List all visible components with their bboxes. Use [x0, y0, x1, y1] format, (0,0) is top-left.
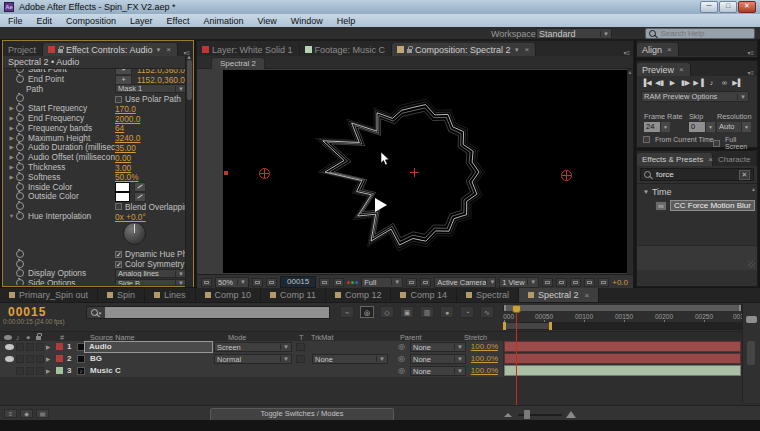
layer-bar-music[interactable]	[504, 365, 741, 376]
exposure-value[interactable]: +0.0	[612, 278, 628, 287]
layer-bar-audio[interactable]	[504, 341, 741, 352]
ram-preview-options-dropdown[interactable]: RAM Preview Options▼	[641, 91, 749, 102]
frame-rate-combo[interactable]: 24▼	[644, 122, 670, 132]
chevron-down-icon[interactable]: ▼	[514, 47, 520, 53]
stopwatch-icon[interactable]	[16, 94, 24, 102]
tab-composition-spectral2[interactable]: Composition: Spectral 2 ▼ ×	[392, 43, 536, 56]
expand-icon[interactable]: ▶	[46, 344, 50, 350]
tab-effect-controls[interactable]: Effect Controls: Audio ▼ ×	[43, 43, 178, 56]
timeline-search-input[interactable]	[105, 307, 329, 318]
close-tab-icon[interactable]: ×	[679, 65, 684, 74]
zoom-out-icon[interactable]	[504, 413, 512, 417]
menu-file[interactable]: File	[8, 16, 23, 26]
menu-effect[interactable]: Effect	[167, 16, 190, 26]
stopwatch-icon[interactable]	[16, 143, 24, 151]
layer-color-chip[interactable]	[56, 355, 63, 362]
frame-blend-icon[interactable]: ▥	[420, 306, 434, 318]
playhead-line[interactable]	[516, 305, 517, 405]
show-snapshot-icon[interactable]	[333, 278, 344, 287]
lock-toggle[interactable]	[36, 355, 44, 363]
resize-grip[interactable]	[748, 261, 755, 268]
use-polar-path-checkbox[interactable]	[115, 96, 122, 103]
brainstorm-icon[interactable]: ●	[440, 306, 454, 318]
layer-color-chip[interactable]	[56, 367, 63, 374]
stopwatch-icon[interactable]	[16, 104, 24, 112]
loop-button[interactable]: ∞	[719, 79, 730, 87]
chevron-down-icon[interactable]: ▼	[155, 47, 161, 53]
parent-pickwhip-icon[interactable]: ◎	[398, 366, 405, 375]
comp-tab-spectral2[interactable]: Spectral 2×	[519, 288, 599, 302]
close-tab-icon[interactable]: ×	[166, 45, 171, 54]
tab-project[interactable]: Project	[3, 43, 43, 56]
exposure-reset-icon[interactable]	[598, 278, 609, 287]
path-dropdown[interactable]: Mask 1▼	[115, 84, 187, 93]
menu-edit[interactable]: Edit	[37, 16, 53, 26]
work-area-start-handle[interactable]	[503, 322, 506, 330]
parent-pickwhip-icon[interactable]: ◎	[398, 342, 405, 351]
display-options-dropdown[interactable]: Analog lines▼	[115, 269, 187, 278]
timeline-button-icon[interactable]	[570, 278, 581, 287]
work-area-end-handle[interactable]	[549, 322, 552, 330]
side-options-dropdown[interactable]: Side B▼	[115, 279, 187, 285]
full-screen-checkbox[interactable]: Full Screen	[713, 136, 757, 150]
comp-flowchart-icon[interactable]	[584, 278, 595, 287]
stopwatch-icon[interactable]	[16, 124, 24, 132]
safe-margins-icon[interactable]	[252, 278, 263, 287]
menu-animation[interactable]: Animation	[203, 16, 243, 26]
from-current-time-checkbox[interactable]: From Current Time	[643, 136, 714, 143]
stopwatch-icon[interactable]	[16, 279, 24, 285]
close-tab-icon[interactable]: ×	[667, 45, 672, 54]
eye-icon[interactable]	[5, 344, 14, 350]
effects-search-input[interactable]	[654, 169, 728, 180]
pixel-aspect-icon[interactable]	[542, 278, 553, 287]
comp-canvas[interactable]	[223, 70, 629, 273]
layer-name[interactable]: Music C	[90, 366, 121, 375]
tab-preview[interactable]: Preview×	[637, 63, 691, 76]
parent-pickwhip-icon[interactable]: ◎	[398, 354, 405, 363]
menu-help[interactable]: Help	[337, 16, 356, 26]
stopwatch-icon[interactable]	[16, 183, 24, 191]
stretch-value[interactable]: 100.0%	[452, 354, 498, 363]
menu-view[interactable]: View	[257, 16, 276, 26]
stopwatch-icon[interactable]	[16, 114, 24, 122]
draft-3d-icon[interactable]: ◇	[380, 306, 394, 318]
stretch-value[interactable]: 100.0%	[452, 342, 498, 351]
stopwatch-icon[interactable]	[16, 202, 24, 210]
expand-layer-switches-icon[interactable]: ≡	[4, 409, 17, 418]
layer-name[interactable]: Audio	[84, 341, 213, 353]
expand-transfer-controls-icon[interactable]: ◆	[20, 409, 33, 418]
tab-effects-presets[interactable]: Effects & Presets×	[637, 153, 713, 166]
layer-bar-bg[interactable]	[504, 353, 741, 364]
menu-layer[interactable]: Layer	[130, 16, 153, 26]
effect-center-point-icon[interactable]	[410, 168, 419, 177]
expand-icon[interactable]: ▶	[7, 174, 16, 180]
dynamic-hue-phase-checkbox[interactable]	[115, 251, 122, 258]
snapshot-camera-icon[interactable]	[319, 278, 330, 287]
effect-item-cc-force-motion-blur[interactable]: m CC Force Motion Blur	[655, 200, 757, 211]
menu-window[interactable]: Window	[291, 16, 323, 26]
resolution-combo[interactable]: Auto▼	[717, 122, 751, 132]
lock-toggle[interactable]	[36, 343, 44, 351]
time-navigator[interactable]	[503, 305, 742, 311]
ram-preview-button[interactable]: ▶▌	[732, 79, 743, 87]
tab-align[interactable]: Align×	[637, 43, 679, 56]
stopwatch-icon[interactable]	[16, 75, 24, 83]
help-search-box[interactable]	[645, 28, 755, 39]
comp-tab-lines[interactable]: Lines	[145, 288, 196, 302]
tab-footage-music[interactable]: Footage: Music C	[300, 43, 393, 56]
panel-menu-icon[interactable]: ▾≡	[620, 49, 633, 56]
expand-icon[interactable]: ▶	[7, 144, 16, 150]
timeline-search-box[interactable]: ▾	[86, 306, 330, 319]
lock-toggle[interactable]	[36, 367, 44, 375]
timeline-vscrollbar[interactable]	[747, 341, 755, 365]
effects-search-box[interactable]: ✕	[640, 168, 754, 181]
close-tab-icon[interactable]: ×	[585, 291, 590, 300]
eye-icon[interactable]	[5, 356, 14, 362]
maximize-button[interactable]: □	[719, 1, 737, 13]
stopwatch-icon[interactable]	[16, 212, 24, 220]
scroll-up-icon[interactable]: ▲	[751, 186, 756, 192]
graph-editor-icon[interactable]: ∿	[480, 306, 494, 318]
panel-menu-icon[interactable]: ▾≡	[744, 69, 757, 76]
layer-name[interactable]: BG	[90, 354, 102, 363]
timeline-zoom-thumb[interactable]	[524, 410, 530, 419]
